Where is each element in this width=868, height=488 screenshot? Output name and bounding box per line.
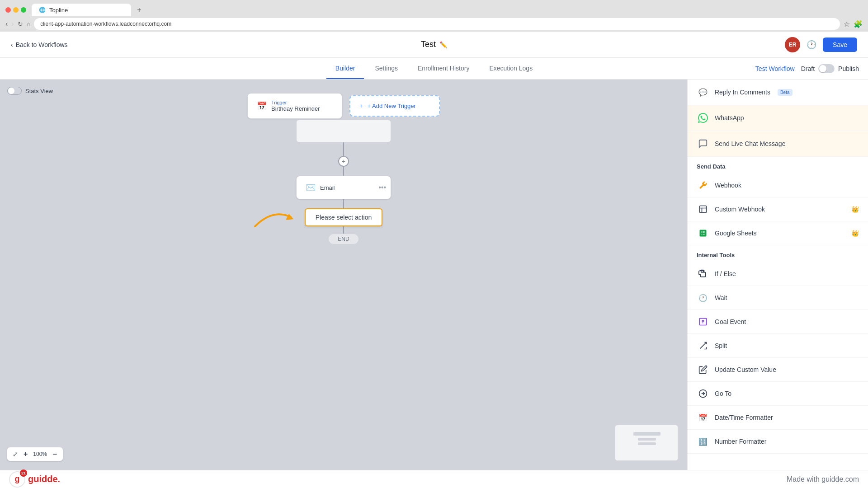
nav-forward-button[interactable]: ›: [11, 20, 14, 28]
sidebar-item-wait[interactable]: 🕐 Wait: [688, 286, 868, 310]
sidebar-item-goal-event[interactable]: Goal Event: [688, 310, 868, 334]
nav-back-button[interactable]: ‹: [5, 20, 8, 28]
stats-toggle-switch[interactable]: [7, 87, 22, 95]
tab-execution-logs[interactable]: Execution Logs: [480, 58, 542, 79]
app-header: ‹ Back to Workflows Test ✏️ ER 🕐 Save: [0, 32, 868, 58]
callout-arrow: [246, 199, 300, 235]
toggle-knob: [819, 65, 826, 72]
reply-in-comments-label: Reply In Comments: [715, 89, 770, 96]
datetime-formatter-icon: 📅: [697, 411, 709, 424]
email-node-icon: ✉️: [306, 183, 316, 192]
wait-icon: 🕐: [697, 291, 709, 304]
add-node-button[interactable]: +: [338, 156, 349, 167]
nav-home-button[interactable]: ⌂: [27, 20, 30, 28]
tab-enrollment-history[interactable]: Enrollment History: [409, 58, 478, 79]
sidebar-item-whatsapp[interactable]: WhatsApp: [688, 105, 868, 131]
internal-tools-section-header: Internal Tools: [688, 245, 868, 262]
right-sidebar: 💬 Reply In Comments Beta WhatsApp Send L…: [687, 80, 868, 470]
split-label: Split: [715, 342, 727, 349]
test-workflow-button[interactable]: Test Workflow: [755, 65, 795, 72]
zoom-out-button[interactable]: −: [51, 449, 59, 459]
header-right-area: ER 🕐 Save: [785, 37, 857, 52]
clock-icon[interactable]: 🕐: [807, 40, 816, 50]
guidde-logo-area: g 21 guidde.: [9, 471, 60, 488]
header-title-area: Test ✏️: [421, 40, 447, 49]
sidebar-item-datetime-formatter[interactable]: 📅 Date/Time Formatter: [688, 406, 868, 430]
custom-webhook-crown-icon: 👑: [851, 206, 859, 213]
send-live-chat-icon: [697, 137, 709, 150]
please-select-action-box[interactable]: Please select action: [305, 208, 383, 226]
tab-navigation: Builder Settings Enrollment History Exec…: [0, 58, 868, 80]
stats-label: Stats View: [25, 88, 53, 94]
email-node-more-icon[interactable]: •••: [378, 183, 386, 192]
datetime-formatter-label: Date/Time Formatter: [715, 414, 773, 421]
sidebar-item-go-to[interactable]: Go To: [688, 382, 868, 406]
main-content: Stats View 📅 Trigger Birthday Reminder +…: [0, 80, 868, 470]
whatsapp-label: WhatsApp: [715, 114, 744, 122]
sidebar-item-webhook[interactable]: Webhook: [688, 174, 868, 197]
trigger-label: Trigger: [271, 100, 320, 105]
close-dot[interactable]: [5, 7, 11, 13]
draft-toggle-area: Draft Publish: [801, 64, 859, 73]
send-data-section-header: Send Data: [688, 157, 868, 174]
draft-label: Draft: [801, 65, 815, 72]
maximize-dot[interactable]: [21, 7, 26, 13]
back-to-workflows-button[interactable]: ‹ Back to Workflows: [11, 41, 68, 48]
sidebar-item-update-custom-value[interactable]: Update Custom Value: [688, 358, 868, 382]
tab-builder[interactable]: Builder: [326, 58, 364, 79]
sidebar-item-if-else[interactable]: If / Else: [688, 262, 868, 286]
save-button[interactable]: Save: [823, 38, 857, 52]
bookmark-icon[interactable]: ☆: [844, 20, 850, 28]
sidebar-item-custom-webhook[interactable]: Custom Webhook 👑: [688, 197, 868, 221]
sidebar-item-reply-in-comments[interactable]: 💬 Reply In Comments Beta: [688, 80, 868, 105]
update-custom-value-label: Update Custom Value: [715, 366, 776, 373]
custom-webhook-label: Custom Webhook: [715, 206, 765, 213]
goal-event-label: Goal Event: [715, 318, 746, 325]
webhook-label: Webhook: [715, 182, 741, 189]
sidebar-item-send-live-chat[interactable]: Send Live Chat Message: [688, 131, 868, 157]
zoom-in-button[interactable]: +: [22, 449, 29, 459]
update-custom-value-icon: [697, 363, 709, 376]
go-to-icon: [697, 387, 709, 400]
new-tab-button[interactable]: +: [133, 4, 146, 16]
sidebar-item-split[interactable]: Split: [688, 334, 868, 358]
guidde-text: guidde.: [28, 474, 60, 484]
publish-label[interactable]: Publish: [838, 65, 859, 72]
sidebar-item-google-sheets[interactable]: Google Sheets 👑: [688, 221, 868, 245]
add-trigger-icon: +: [359, 103, 363, 109]
nav-refresh-button[interactable]: ↻: [18, 20, 23, 28]
fit-view-button[interactable]: ⤢: [11, 450, 20, 459]
url-text: client-app-automation-workflows.leadconn…: [40, 21, 171, 27]
browser-tab[interactable]: 🌐 Topline: [32, 4, 131, 16]
footer: g 21 guidde. Made with guidde.com: [0, 470, 868, 488]
address-bar[interactable]: client-app-automation-workflows.leadconn…: [34, 18, 840, 30]
email-node-label: Email: [320, 184, 335, 191]
go-to-label: Go To: [715, 390, 731, 397]
browser-chrome: 🌐 Topline + ‹ › ↻ ⌂ client-app-automatio…: [0, 0, 868, 32]
draft-toggle-switch[interactable]: [818, 64, 835, 73]
if-else-label: If / Else: [715, 270, 736, 277]
reply-in-comments-icon: 💬: [697, 86, 709, 99]
google-sheets-crown-icon: 👑: [851, 230, 859, 237]
made-with-label: Made with guidde.com: [787, 475, 859, 483]
minimap: [615, 425, 678, 461]
extensions-icon[interactable]: 🧩: [854, 20, 863, 28]
workflow-canvas: Stats View 📅 Trigger Birthday Reminder +…: [0, 80, 687, 470]
back-label: Back to Workflows: [16, 41, 68, 48]
tab-right-controls: Test Workflow Draft Publish: [755, 64, 859, 73]
email-node[interactable]: ✉️ Email •••: [296, 176, 391, 199]
if-else-icon: [697, 267, 709, 280]
stats-toggle-area: Stats View: [7, 87, 53, 95]
sidebar-item-number-formatter[interactable]: 🔢 Number Formatter: [688, 430, 868, 454]
add-trigger-node[interactable]: + + Add New Trigger: [349, 95, 440, 117]
tab-settings[interactable]: Settings: [366, 58, 407, 79]
wait-label: Wait: [715, 294, 727, 301]
number-formatter-icon: 🔢: [697, 435, 709, 448]
google-sheets-label: Google Sheets: [715, 230, 757, 237]
edit-title-icon[interactable]: ✏️: [439, 41, 447, 48]
zoom-level: 100%: [31, 451, 49, 457]
trigger-node[interactable]: 📅 Trigger Birthday Reminder: [247, 93, 342, 119]
avatar: ER: [785, 37, 800, 52]
minimize-dot[interactable]: [13, 7, 19, 13]
webhook-icon: [697, 179, 709, 192]
